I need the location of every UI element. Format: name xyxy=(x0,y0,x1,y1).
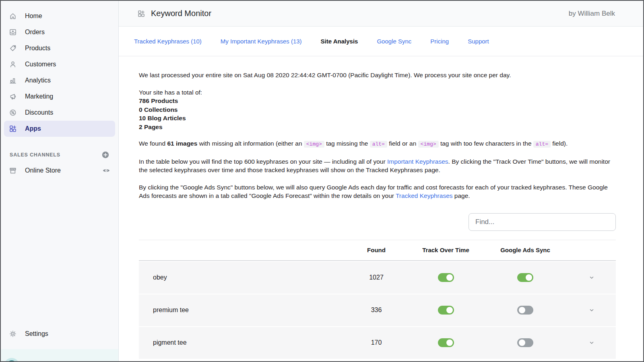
channel-label: Online Store xyxy=(25,167,94,174)
toggle-knob xyxy=(446,274,453,281)
code-chip: <img> xyxy=(418,141,439,148)
keyphrase-cell: premium tee xyxy=(139,306,344,315)
code-chip: alt= xyxy=(533,141,551,148)
text-segment: tag missing the xyxy=(324,140,370,147)
orders-icon xyxy=(9,28,17,36)
total-line: 786 Products xyxy=(139,97,616,105)
sidebar-item-products[interactable]: Products xyxy=(4,40,115,56)
found-count: 170 xyxy=(344,338,409,347)
code-chip: alt= xyxy=(370,141,387,148)
sales-channels-heading: SALES CHANNELS xyxy=(10,152,60,158)
text-segment: tag with too few characters in the xyxy=(439,140,533,147)
tab-support[interactable]: Support xyxy=(468,38,489,45)
sidebar-nav: HomeOrdersProductsCustomersAnalyticsMark… xyxy=(1,1,118,137)
chevron-down-icon[interactable] xyxy=(568,306,616,314)
tab-tracked-keyphrases-10[interactable]: Tracked Keyphrases (10) xyxy=(134,38,202,45)
chevron-down-icon[interactable] xyxy=(568,274,616,282)
marketing-megaphone-icon xyxy=(9,93,17,101)
sales-channels-list: Online Store xyxy=(1,162,118,179)
storefront-icon xyxy=(9,167,17,175)
google-ads-sync-toggle[interactable] xyxy=(517,338,533,347)
site-totals: Your site has a total of: 786 Products0 … xyxy=(139,88,616,132)
text-segment: field). xyxy=(551,140,568,147)
discounts-icon xyxy=(9,109,17,117)
content-area: We last processed your entire site on Sa… xyxy=(119,56,643,361)
sidebar-item-marketing[interactable]: Marketing xyxy=(4,88,115,105)
analytics-icon xyxy=(9,76,17,84)
sidebar-item-label: Orders xyxy=(25,29,45,36)
keyphrase-table: Found Track Over Time Google Ads Sync ob… xyxy=(139,240,616,359)
google-ads-sync-toggle[interactable] xyxy=(517,306,533,315)
keyphrase-row-obey[interactable]: obey1027 xyxy=(139,262,616,294)
sidebar-item-label: Apps xyxy=(25,125,41,132)
find-input[interactable] xyxy=(469,213,616,231)
sidebar-item-label: Marketing xyxy=(25,93,53,100)
sales-channels-header: SALES CHANNELS xyxy=(1,147,118,162)
google-sync-paragraph: By clicking the "Google Ads Sync" button… xyxy=(139,183,616,200)
total-line: 0 Collections xyxy=(139,105,616,114)
total-line: 10 Blog Articles xyxy=(139,114,616,123)
app-titlebar: Keyword Monitor by William Belk xyxy=(119,1,643,27)
sidebar-item-label: Customers xyxy=(25,61,56,68)
tab-my-important-keyphrases-13[interactable]: My Important Keyphrases (13) xyxy=(221,38,302,45)
home-icon xyxy=(9,12,17,20)
sidebar-item-settings[interactable]: Settings xyxy=(4,326,115,342)
find-wrap xyxy=(139,213,616,231)
code-chip: <img> xyxy=(304,141,324,148)
tracked-keyphrases-link[interactable]: Tracked Keyphrases xyxy=(396,192,453,199)
track-over-time-toggle[interactable] xyxy=(438,338,454,347)
app-byline: by William Belk xyxy=(569,10,615,18)
text-segment: We found xyxy=(139,140,167,147)
toggle-knob xyxy=(526,274,532,281)
sidebar-item-customers[interactable]: Customers xyxy=(4,56,115,72)
plus-circle-icon[interactable] xyxy=(101,151,109,159)
sidebar-item-label: Analytics xyxy=(25,77,51,84)
track-over-time-toggle[interactable] xyxy=(438,306,454,315)
apps-grid-icon xyxy=(9,125,17,133)
missing-alt-paragraph: We found 61 images with missing alt info… xyxy=(139,139,616,149)
tab-bar: Tracked Keyphrases (10)My Important Keyp… xyxy=(119,27,643,56)
table-info-paragraph: In the table below you will find the top… xyxy=(139,157,616,175)
important-keyphrases-link[interactable]: Important Keyphrases xyxy=(387,158,448,165)
track-over-time-toggle[interactable] xyxy=(438,273,454,282)
sidebar-item-apps[interactable]: Apps xyxy=(4,121,115,137)
toggle-knob xyxy=(519,307,525,313)
keyphrase-row-pigment-tee[interactable]: pigment tee170 xyxy=(139,327,616,359)
sales-channel-online-store[interactable]: Online Store xyxy=(4,162,115,179)
text-segment: field or an xyxy=(387,140,418,147)
text-segment: In the table below you will find the top… xyxy=(139,158,387,165)
total-line: 2 Pages xyxy=(139,123,616,132)
sidebar-item-orders[interactable]: Orders xyxy=(4,24,115,40)
keyphrase-row-premium-tee[interactable]: premium tee336 xyxy=(139,294,616,326)
bold-text: 61 images xyxy=(167,140,197,147)
sidebar-item-label: Discounts xyxy=(25,109,53,116)
tab-pricing[interactable]: Pricing xyxy=(430,38,449,45)
totals-intro: Your site has a total of: xyxy=(139,88,616,97)
eye-icon[interactable] xyxy=(102,167,110,175)
sidebar-bottom-strip xyxy=(1,349,118,361)
google-ads-sync-toggle[interactable] xyxy=(517,273,533,282)
sidebar-item-home[interactable]: Home xyxy=(4,8,115,24)
keyphrase-cell: obey xyxy=(139,273,344,282)
customers-icon xyxy=(9,60,17,68)
toggle-knob xyxy=(519,339,525,346)
sidebar-spacer xyxy=(1,179,118,326)
toggle-knob xyxy=(446,307,453,313)
sidebar-item-label: Products xyxy=(25,45,50,52)
processed-paragraph: We last processed your entire site on Sa… xyxy=(139,71,616,80)
text-segment: page. xyxy=(453,192,470,199)
tab-site-analysis[interactable]: Site Analysis xyxy=(321,38,358,45)
header-found: Found xyxy=(344,246,409,255)
settings-label: Settings xyxy=(25,330,48,337)
found-count: 336 xyxy=(344,306,409,315)
header-track-over-time: Track Over Time xyxy=(409,246,483,255)
tab-google-sync[interactable]: Google Sync xyxy=(377,38,411,45)
keyphrase-cell: pigment tee xyxy=(139,338,344,347)
chevron-down-icon[interactable] xyxy=(568,339,616,347)
sidebar: HomeOrdersProductsCustomersAnalyticsMark… xyxy=(1,1,119,361)
sidebar-item-label: Home xyxy=(25,12,42,20)
page-title: Keyword Monitor xyxy=(151,9,211,18)
header-google-ads-sync: Google Ads Sync xyxy=(483,246,568,255)
sidebar-item-analytics[interactable]: Analytics xyxy=(4,72,115,88)
sidebar-item-discounts[interactable]: Discounts xyxy=(4,105,115,121)
